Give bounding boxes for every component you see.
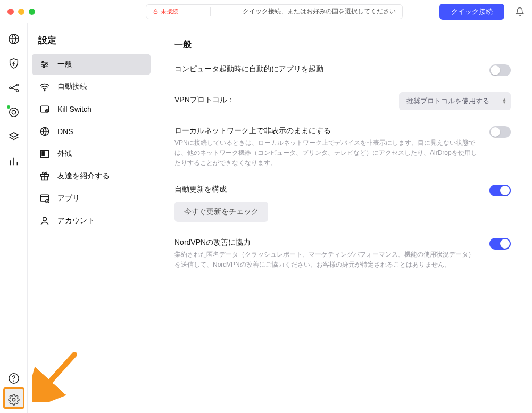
help-icon[interactable] — [8, 373, 20, 384]
sidebar-item-label: Kill Switch — [57, 105, 92, 113]
divider — [210, 7, 211, 16]
svg-point-11 — [46, 63, 47, 65]
row-launch-on-boot: コンピュータ起動時に自動的にアプリを起動 — [174, 64, 511, 76]
svg-point-5 — [9, 108, 18, 117]
local-invisible-label: ローカルネットワーク上で非表示のままにする — [174, 126, 479, 136]
status-hint-label: クイック接続、またはお好みの国を選択してください — [243, 7, 396, 16]
section-heading: 一般 — [174, 39, 511, 51]
sidebar-item-killswitch[interactable]: Kill Switch — [32, 98, 151, 120]
settings-sidebar: 設定 一般 自動接続 Kill Switch DNS — [28, 23, 155, 413]
local-invisible-desc: VPNに接続しているときは、ローカルネットワーク上でデバイスを非表示にします。目… — [174, 138, 479, 169]
svg-point-13 — [44, 90, 45, 91]
sidebar-item-general[interactable]: 一般 — [32, 54, 151, 75]
vpn-protocol-label: VPNプロトコル： — [174, 95, 388, 105]
killswitch-icon — [39, 104, 50, 114]
svg-rect-0 — [154, 11, 157, 14]
svg-point-4 — [16, 90, 18, 92]
wifi-icon — [39, 81, 50, 92]
window-controls — [7, 9, 35, 15]
close-window-button[interactable] — [7, 9, 14, 15]
globe-icon[interactable] — [8, 33, 20, 45]
titlebar: 未接続 クイック接続、またはお好みの国を選択してください クイック接続 — [0, 0, 532, 23]
gear-icon[interactable] — [8, 394, 20, 406]
minimize-window-button[interactable] — [18, 9, 24, 15]
sidebar-item-label: 外観 — [57, 149, 72, 159]
auto-update-label: 自動更新を構成 — [174, 185, 479, 194]
target-icon[interactable] — [8, 106, 20, 118]
sidebar-item-dns[interactable]: DNS — [32, 121, 151, 142]
svg-point-9 — [12, 398, 15, 401]
dns-icon — [39, 126, 50, 137]
check-update-button[interactable]: 今すぐ更新をチェック — [174, 202, 268, 222]
sidebar-item-label: アプリ — [57, 194, 80, 203]
svg-point-2 — [9, 87, 11, 89]
window-plus-icon — [39, 193, 50, 204]
sidebar-item-label: 友達を紹介する — [57, 171, 110, 181]
help-improve-desc: 集約された匿名データ（クラッシュレポート、マーケティングパフォーマンス、機能の使… — [174, 250, 479, 270]
auto-update-toggle[interactable] — [489, 185, 511, 196]
settings-content: 一般 コンピュータ起動時に自動的にアプリを起動 VPNプロトコル： 推奨プロトコ… — [155, 23, 532, 413]
layers-icon[interactable] — [8, 131, 20, 143]
sidebar-item-refer[interactable]: 友達を紹介する — [32, 166, 151, 187]
local-invisible-toggle[interactable] — [489, 126, 511, 138]
svg-point-12 — [43, 66, 45, 68]
row-auto-update: 自動更新を構成 今すぐ更新をチェック — [174, 185, 511, 222]
stats-icon[interactable] — [8, 155, 20, 167]
chevron-updown-icon: ▲▼ — [502, 98, 506, 104]
row-help-improve: NordVPNの改善に協力 集約された匿名データ（クラッシュレポート、マーケティ… — [174, 238, 511, 270]
vpn-protocol-value: 推奨プロトコルを使用する — [406, 96, 489, 106]
mesh-icon[interactable] — [8, 82, 20, 94]
sliders-icon — [39, 59, 50, 70]
launch-on-boot-toggle[interactable] — [489, 64, 511, 76]
sidebar-item-account[interactable]: アカウント — [32, 210, 151, 232]
svg-point-10 — [42, 61, 44, 63]
svg-point-6 — [12, 110, 15, 114]
lock-open-icon: 未接続 — [153, 7, 178, 15]
launch-on-boot-label: コンピュータ起動時に自動的にアプリを起動 — [174, 64, 479, 74]
account-icon — [39, 216, 50, 226]
row-vpn-protocol: VPNプロトコル： 推奨プロトコルを使用する ▲▼ — [174, 92, 511, 110]
appearance-icon — [39, 148, 50, 159]
notifications-icon[interactable] — [515, 7, 525, 16]
status-bar[interactable]: 未接続 クイック接続、またはお好みの国を選択してください — [146, 4, 403, 19]
sidebar-item-appearance[interactable]: 外観 — [32, 143, 151, 164]
vpn-protocol-select[interactable]: 推奨プロトコルを使用する ▲▼ — [399, 92, 511, 110]
sidebar-item-apps[interactable]: アプリ — [32, 188, 151, 209]
svg-point-8 — [13, 381, 14, 381]
maximize-window-button[interactable] — [29, 9, 35, 15]
svg-rect-18 — [42, 152, 44, 156]
sidebar-item-autoconnect[interactable]: 自動接続 — [32, 76, 151, 97]
quick-connect-button[interactable]: クイック接続 — [439, 4, 504, 20]
help-improve-label: NordVPNの改善に協力 — [174, 238, 479, 247]
svg-point-3 — [16, 84, 18, 86]
sidebar-item-label: 一般 — [57, 60, 72, 69]
connection-status-label: 未接続 — [161, 7, 178, 15]
sidebar-item-label: DNS — [57, 127, 73, 136]
nav-rail — [0, 23, 28, 413]
sidebar-item-label: 自動接続 — [57, 82, 87, 92]
shield-bolt-icon[interactable] — [8, 57, 20, 69]
gift-icon — [39, 171, 50, 181]
help-improve-toggle[interactable] — [489, 238, 511, 250]
sidebar-item-label: アカウント — [57, 216, 95, 226]
row-local-invisible: ローカルネットワーク上で非表示のままにする VPNに接続しているときは、ローカル… — [174, 126, 511, 169]
settings-title: 設定 — [32, 34, 151, 54]
svg-point-23 — [43, 217, 47, 221]
